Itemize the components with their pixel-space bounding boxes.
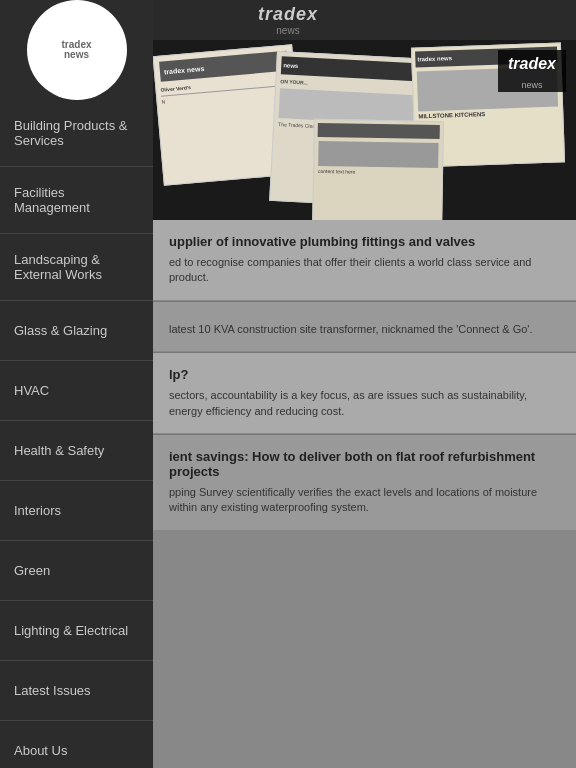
header-logo-subtext: news [258, 25, 318, 36]
sidebar-item-label: Latest Issues [14, 683, 91, 698]
article-item[interactable]: upplier of innovative plumbing fittings … [153, 220, 576, 301]
sidebar-item-glass-glazing[interactable]: Glass & Glazing [0, 301, 153, 361]
header-logo: tradex news [258, 4, 318, 36]
article-title: upplier of innovative plumbing fittings … [169, 234, 560, 249]
sidebar-item-about-us[interactable]: About Us [0, 721, 153, 768]
article-excerpt: ed to recognise companies that offer the… [169, 255, 560, 286]
sidebar-item-label: Interiors [14, 503, 61, 518]
newspaper-stack: tradex news Oliver Verd's N news ON YOUR… [153, 40, 576, 220]
articles-area: upplier of innovative plumbing fittings … [153, 220, 576, 531]
sidebar-logo-subtext: news [61, 50, 91, 60]
article-title: lp? [169, 367, 560, 382]
sidebar-logo-area: tradex news [0, 0, 153, 100]
article-title: ient savings: How to deliver both on fla… [169, 449, 560, 479]
sidebar-item-building-products[interactable]: Building Products & Services [0, 100, 153, 167]
sidebar-item-landscaping[interactable]: Landscaping & External Works [0, 234, 153, 301]
article-item[interactable]: lp? sectors, accountability is a key foc… [153, 353, 576, 434]
article-excerpt: pping Survey scientifically verifies the… [169, 485, 560, 516]
sidebar-item-label: Green [14, 563, 50, 578]
sidebar-item-label: Glass & Glazing [14, 323, 107, 338]
sidebar-item-health-safety[interactable]: Health & Safety [0, 421, 153, 481]
sidebar-nav: Building Products & Services Facilities … [0, 100, 153, 768]
sidebar-item-interiors[interactable]: Interiors [0, 481, 153, 541]
sidebar-item-label: Health & Safety [14, 443, 104, 458]
newspaper-4: content text here [312, 119, 444, 220]
article-item[interactable]: latest 10 KVA construction site transfor… [153, 302, 576, 352]
article-excerpt: sectors, accountability is a key focus, … [169, 388, 560, 419]
sidebar-item-label: HVAC [14, 383, 49, 398]
main-content: tradex news Oliver Verd's N news ON YOUR… [153, 40, 576, 768]
sidebar-item-facilities-management[interactable]: Facilities Management [0, 167, 153, 234]
sidebar-item-lighting-electrical[interactable]: Lighting & Electrical [0, 601, 153, 661]
hero-area: tradex news Oliver Verd's N news ON YOUR… [153, 40, 576, 220]
news-overlay-logo: tradex news [498, 50, 566, 92]
sidebar-item-label: Facilities Management [14, 185, 139, 215]
sidebar-item-label: Lighting & Electrical [14, 623, 128, 638]
sidebar-logo-inner: tradex news [61, 40, 91, 60]
article-excerpt: latest 10 KVA construction site transfor… [169, 322, 560, 337]
sidebar: tradex news Building Products & Services… [0, 0, 153, 768]
sidebar-item-label: About Us [14, 743, 67, 758]
header-logo-text: tradex [258, 4, 318, 24]
article-item[interactable]: ient savings: How to deliver both on fla… [153, 435, 576, 531]
sidebar-item-latest-issues[interactable]: Latest Issues [0, 661, 153, 721]
sidebar-item-label: Building Products & Services [14, 118, 139, 148]
sidebar-item-hvac[interactable]: HVAC [0, 361, 153, 421]
sidebar-item-green[interactable]: Green [0, 541, 153, 601]
sidebar-logo-circle: tradex news [27, 0, 127, 100]
sidebar-item-label: Landscaping & External Works [14, 252, 139, 282]
